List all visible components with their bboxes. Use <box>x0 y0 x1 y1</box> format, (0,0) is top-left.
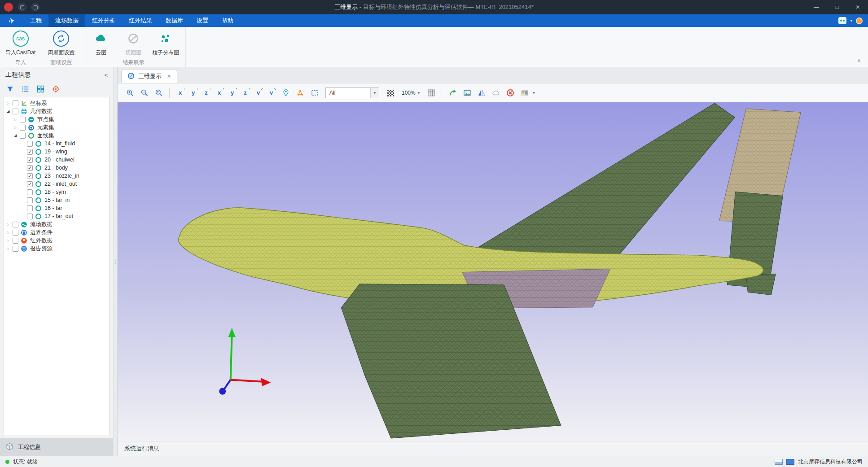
taskbar-icon-2[interactable] <box>786 459 794 465</box>
tree-checkbox[interactable] <box>13 230 18 236</box>
tree-item[interactable]: ✓20 - chuiwei <box>4 156 109 164</box>
view-x-button-4[interactable]: x↑ <box>213 87 225 99</box>
filter-icon[interactable] <box>6 85 14 95</box>
zoom-fit-button[interactable] <box>153 87 165 99</box>
minimize-button[interactable]: — <box>806 0 827 14</box>
tree-checkbox[interactable] <box>20 133 26 139</box>
tree-item[interactable]: ▷流场数据 <box>4 220 109 228</box>
tree-item[interactable]: ▷红外数据 <box>4 236 109 244</box>
tree-checkbox[interactable]: ✓ <box>27 157 33 163</box>
mirror-button[interactable] <box>475 87 487 99</box>
tree-item[interactable]: ▷元素集 <box>4 123 109 131</box>
taskbar-icon-1[interactable] <box>775 459 783 465</box>
menu-item-flowfield[interactable]: 流场数据 <box>48 14 85 27</box>
export-view-button[interactable] <box>447 87 459 99</box>
tree-item[interactable]: ▷坐标系 <box>4 99 109 107</box>
zoom-in-button[interactable] <box>124 87 136 99</box>
view-y-button-5[interactable]: y↑ <box>226 87 238 99</box>
tree-checkbox[interactable]: ✓ <box>27 181 33 187</box>
tree-checkbox[interactable] <box>27 141 33 147</box>
view-y-button-2[interactable]: y↓ <box>187 87 199 99</box>
grid-button[interactable] <box>425 87 437 99</box>
view-x-button-1[interactable]: x↓ <box>174 87 186 99</box>
quickbar-icon-2[interactable] <box>31 3 40 12</box>
cloud-contour-button[interactable]: 云图 <box>87 31 115 57</box>
view-z-button-6[interactable]: z↑ <box>239 87 251 99</box>
periodic-face-button[interactable]: 周期面设置 <box>47 31 75 57</box>
cloud-display-button[interactable] <box>490 87 502 99</box>
tree-item[interactable]: ✓19 - wing <box>4 148 109 156</box>
tree-item[interactable]: ◢面线集 <box>4 131 109 140</box>
tree-checkbox[interactable] <box>20 125 26 131</box>
tree-item[interactable]: 14 - int_fluid <box>4 140 109 148</box>
tree-checkbox[interactable] <box>13 246 18 252</box>
tree-item[interactable]: 18 - sym <box>4 188 109 196</box>
tree-item[interactable]: ▷边界条件 <box>4 228 109 236</box>
tree-checkbox[interactable] <box>27 205 33 211</box>
menu-item-ir-analysis[interactable]: 红外分析 <box>85 14 122 27</box>
message-bar[interactable]: 系统运行消息 <box>118 441 868 456</box>
menu-caret-icon[interactable]: ▾ <box>850 18 852 23</box>
panel-collapse-icon[interactable]: < <box>104 72 108 79</box>
grid-view-icon[interactable] <box>37 85 44 95</box>
expand-arrow-icon[interactable]: ▷ <box>5 231 11 235</box>
tree-item[interactable]: ▷报告资源 <box>4 244 109 253</box>
maximize-button[interactable]: □ <box>827 0 847 14</box>
expand-arrow-icon[interactable]: ▷ <box>5 247 11 251</box>
quickbar-icon-1[interactable] <box>18 3 26 12</box>
panel-bottom-tab[interactable]: 工程信息 <box>0 438 113 456</box>
delete-button[interactable] <box>504 87 516 99</box>
tree-item[interactable]: 15 - far_in <box>4 196 109 204</box>
tree-checkbox[interactable] <box>13 238 18 244</box>
combo-caret-icon[interactable]: ▾ <box>370 88 379 98</box>
zoom-out-button[interactable] <box>138 87 150 99</box>
tree-item[interactable]: ▷节点集 <box>4 115 109 123</box>
locate-icon[interactable] <box>52 85 60 95</box>
tree-checkbox[interactable] <box>27 189 33 195</box>
tree-item[interactable]: 16 - far <box>4 204 109 212</box>
assistant-icon[interactable] <box>838 17 846 24</box>
dither-button[interactable] <box>384 87 396 99</box>
tree-checkbox[interactable] <box>13 222 18 227</box>
tree-item[interactable]: 17 - far_out <box>4 212 109 220</box>
view-v-button-7[interactable]: v↙ <box>252 87 264 99</box>
menu-item-project[interactable]: 工程 <box>23 14 48 27</box>
expand-arrow-icon[interactable]: ▷ <box>12 126 18 130</box>
tree-checkbox[interactable] <box>13 100 18 106</box>
locate-pin-button[interactable] <box>280 87 292 99</box>
tree-item[interactable]: ◢几何数据 <box>4 107 109 115</box>
viewport-3d[interactable] <box>118 102 868 441</box>
menu-item-settings[interactable]: 设置 <box>190 14 215 27</box>
tree-item[interactable]: ✓22 - inlet_out <box>4 180 109 188</box>
tree-checkbox[interactable] <box>13 109 18 114</box>
ribbon-collapse-icon[interactable]: ∧ <box>857 57 861 63</box>
display-filter-combo[interactable]: All ▾ <box>325 87 379 98</box>
tree-checkbox[interactable] <box>20 117 26 122</box>
tree-checkbox[interactable] <box>27 214 33 219</box>
tab-3d-view[interactable]: 三维显示 ✕ <box>121 69 177 83</box>
tree-checkbox[interactable]: ✓ <box>27 149 33 155</box>
tree-checkbox[interactable] <box>27 197 33 203</box>
palette-caret-icon[interactable]: ▾ <box>533 91 535 95</box>
view-v-button-8[interactable]: v↘ <box>265 87 277 99</box>
panel-splitter[interactable]: ⋮ <box>113 67 118 456</box>
list-icon[interactable] <box>22 85 29 95</box>
close-button[interactable]: ✕ <box>847 0 868 14</box>
menu-item-database[interactable]: 数据库 <box>159 14 190 27</box>
zoom-percent-combo[interactable]: 100% ▾ <box>399 90 423 96</box>
expand-arrow-icon[interactable]: ▷ <box>5 239 11 243</box>
tab-close-icon[interactable]: ✕ <box>167 74 171 79</box>
expand-arrow-icon[interactable]: ◢ <box>5 109 11 113</box>
slice-plane-button[interactable]: 切面图 <box>119 31 148 57</box>
expand-arrow-icon[interactable]: ▷ <box>12 118 18 122</box>
palette-button[interactable] <box>518 87 530 99</box>
view-z-button-3[interactable]: z↓ <box>200 87 212 99</box>
menu-item-ir-results[interactable]: 红外结果 <box>122 14 159 27</box>
molecule-button[interactable] <box>294 87 306 99</box>
particle-distribution-button[interactable]: 粒子分布图 <box>151 31 180 57</box>
menu-item-help[interactable]: 帮助 <box>215 14 240 27</box>
notice-icon[interactable] <box>856 17 863 24</box>
import-cas-dat-button[interactable]: cas 导入Cas/Dat <box>5 31 35 57</box>
tree-checkbox[interactable]: ✓ <box>27 173 33 179</box>
select-box-button[interactable] <box>308 87 320 99</box>
